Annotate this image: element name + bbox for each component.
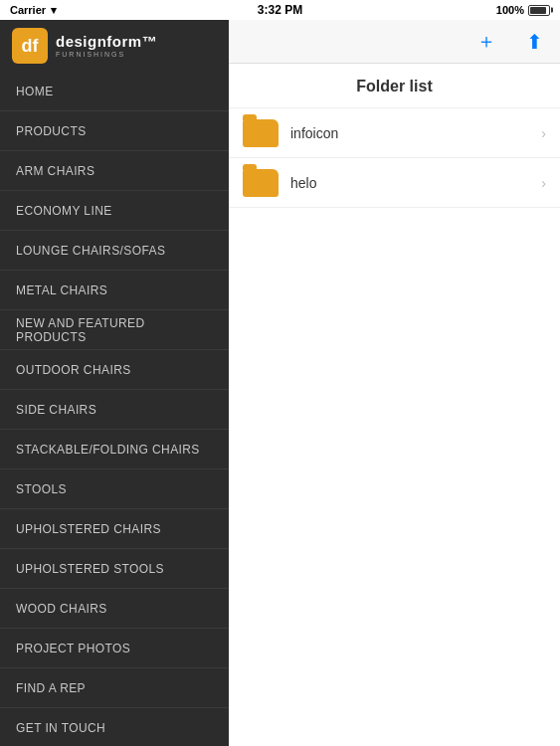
toolbar: ＋ ⬆ bbox=[229, 20, 560, 64]
logo-area: df designform™ FURNISHINGS bbox=[0, 20, 229, 72]
chevron-right-icon: › bbox=[541, 175, 546, 191]
plus-icon: ＋ bbox=[476, 28, 496, 55]
folder-list-title: Folder list bbox=[229, 64, 560, 108]
logo-letter: df bbox=[22, 36, 39, 57]
sidebar-item-get-in-touch[interactable]: GET IN TOUCH bbox=[0, 708, 229, 746]
battery-label: 100% bbox=[496, 4, 524, 16]
sidebar-item-wood-chairs[interactable]: WOOD CHAIRS bbox=[0, 589, 229, 629]
status-bar-left: Carrier ▾ bbox=[10, 4, 57, 17]
share-button[interactable]: ⬆ bbox=[520, 28, 548, 56]
sidebar-item-arm-chairs[interactable]: ARM CHAIRS bbox=[0, 151, 229, 191]
sidebar-item-upholstered-chairs[interactable]: UPHOLSTERED CHAIRS bbox=[0, 509, 229, 549]
sidebar-item-lounge-chairs-sofas[interactable]: LOUNGE CHAIRS/SOFAS bbox=[0, 231, 229, 271]
logo-text: designform™ FURNISHINGS bbox=[56, 34, 157, 58]
right-panel: ＋ ⬆ Folder list infoicon › helo › bbox=[229, 20, 560, 746]
battery-fill bbox=[530, 7, 546, 14]
folder-icon-wrap bbox=[243, 168, 279, 198]
sidebar-item-outdoor-chairs[interactable]: OUTDOOR CHAIRS bbox=[0, 350, 229, 390]
sidebar-item-products[interactable]: PRODUCTS bbox=[0, 111, 229, 151]
folder-item-infoicon[interactable]: infoicon › bbox=[229, 108, 560, 158]
sidebar-item-find-a-rep[interactable]: FIND A REP bbox=[0, 668, 229, 708]
folder-icon bbox=[243, 119, 279, 147]
status-bar-time: 3:32 PM bbox=[258, 3, 302, 17]
sidebar-item-metal-chairs[interactable]: METAL CHAIRS bbox=[0, 271, 229, 310]
logo-main-text: designform™ bbox=[56, 34, 157, 49]
sidebar-item-economy-line[interactable]: ECONOMY LINE bbox=[0, 191, 229, 231]
sidebar: df designform™ FURNISHINGS HOMEPRODUCTSA… bbox=[0, 20, 229, 746]
app-layout: df designform™ FURNISHINGS HOMEPRODUCTSA… bbox=[0, 20, 560, 746]
status-bar-right: 100% bbox=[496, 4, 550, 16]
folder-list-area: Folder list infoicon › helo › bbox=[229, 64, 560, 746]
logo-icon: df bbox=[12, 28, 48, 64]
folder-item-helo[interactable]: helo › bbox=[229, 158, 560, 208]
folder-icon bbox=[243, 169, 279, 197]
nav-items-container: HOMEPRODUCTSARM CHAIRSECONOMY LINELOUNGE… bbox=[0, 72, 229, 746]
sidebar-item-new-featured[interactable]: NEW AND FEATURED PRODUCTS bbox=[0, 310, 229, 350]
logo-sub-text: FURNISHINGS bbox=[56, 51, 157, 58]
battery-icon bbox=[528, 5, 550, 16]
folder-name: helo bbox=[290, 175, 541, 191]
sidebar-item-side-chairs[interactable]: SIDE CHAIRS bbox=[0, 390, 229, 430]
status-bar: Carrier ▾ 3:32 PM 100% bbox=[0, 0, 560, 20]
sidebar-item-stackable-folding[interactable]: STACKABLE/FOLDING CHAIRS bbox=[0, 430, 229, 469]
folder-items-container: infoicon › helo › bbox=[229, 108, 560, 208]
sidebar-item-home[interactable]: HOME bbox=[0, 72, 229, 111]
add-button[interactable]: ＋ bbox=[472, 28, 500, 56]
sidebar-item-project-photos[interactable]: PROJECT PHOTOS bbox=[0, 629, 229, 668]
wifi-icon: ▾ bbox=[51, 4, 57, 17]
sidebar-item-stools[interactable]: STOOLS bbox=[0, 469, 229, 509]
folder-icon-wrap bbox=[243, 118, 279, 148]
chevron-right-icon: › bbox=[541, 125, 546, 141]
share-icon: ⬆ bbox=[526, 30, 543, 54]
sidebar-item-upholstered-stools[interactable]: UPHOLSTERED STOOLS bbox=[0, 549, 229, 589]
folder-name: infoicon bbox=[290, 125, 541, 141]
carrier-label: Carrier bbox=[10, 4, 46, 16]
